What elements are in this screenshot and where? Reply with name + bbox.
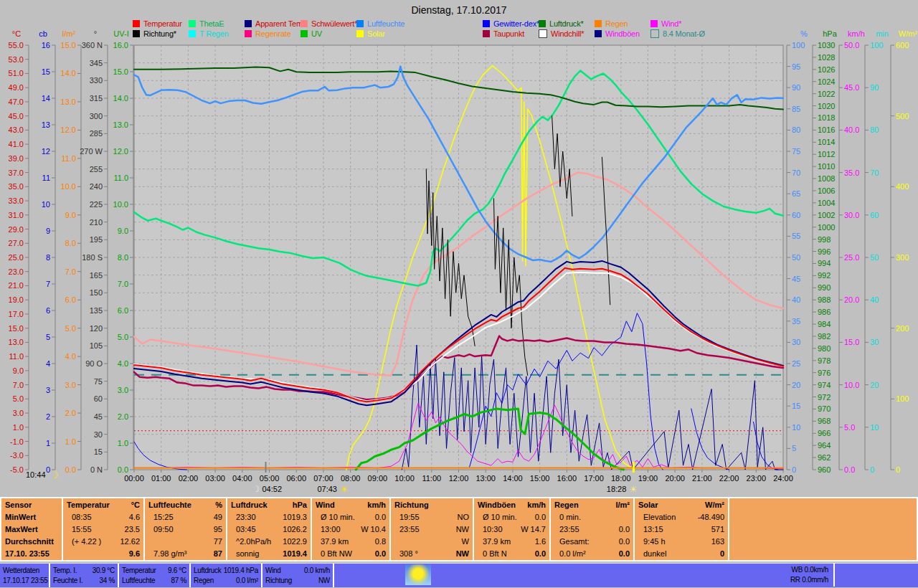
status-segment: Temperatur9.6 °CLuftfeuchte87 % xyxy=(119,564,191,587)
windboeen-status: WB 0.0km/h xyxy=(739,566,828,574)
table-cell: 10:30W 14.7 xyxy=(474,523,549,535)
sensor-summary-table: SensorMinWertMaxWertDurchschnitt17.10. 2… xyxy=(0,497,918,561)
cell-detail: 0 min. xyxy=(551,513,581,521)
axis-label: 30 xyxy=(94,430,103,439)
legend-chip xyxy=(356,20,364,27)
axis-label: 270 W xyxy=(80,147,103,156)
sunset-time: 18:28 xyxy=(607,485,627,493)
x-axis-label: 04:00 xyxy=(232,474,252,483)
x-axis-label: 02:00 xyxy=(179,474,199,483)
x-axis-label: 23:00 xyxy=(747,474,767,483)
x-axis-label: 22:00 xyxy=(719,474,739,483)
column-header: Windböen xyxy=(474,501,516,509)
axis-label: 6 xyxy=(46,306,50,315)
table-cell: 77 xyxy=(145,536,226,548)
cell-value: 49 xyxy=(214,513,226,521)
moonrise-icon: ☽ xyxy=(50,470,59,480)
table-column-regen: Regenl/m²0 min.23:550.0Gesamt:0.00.0 l/m… xyxy=(551,498,635,560)
page-title: Dienstag, 17.10.2017 xyxy=(0,4,918,16)
cell-detail: 23:30 xyxy=(227,513,256,521)
axis-label: 5.0 xyxy=(118,333,128,341)
column-header: Wind xyxy=(312,501,335,509)
axis-label: 15 xyxy=(792,402,800,410)
axis-label: 7.0 xyxy=(13,381,24,389)
column-header: Richtung xyxy=(391,501,429,509)
status-label: Regen xyxy=(194,576,214,585)
table-cell: Elevation-48.490 xyxy=(635,511,728,523)
legend-chip xyxy=(133,30,140,37)
status-value: 9.6 °C xyxy=(168,566,186,575)
legend-label: Solar xyxy=(367,29,385,38)
axis-label: 400 xyxy=(896,182,909,191)
axis-label: 5.0 xyxy=(844,423,855,432)
cell-detail: 03:45 xyxy=(227,525,256,534)
axis-label: 37.0 xyxy=(9,169,24,177)
column-header: Temperatur xyxy=(63,501,110,509)
table-cell: 9:45 h163 xyxy=(635,536,728,548)
cell-value: -48.490 xyxy=(698,513,728,521)
legend-item-regen: Regen xyxy=(595,19,628,28)
x-axis-label: 14:00 xyxy=(503,474,523,483)
x-axis-label: 05:00 xyxy=(260,474,280,483)
moonset-icon: ☽ xyxy=(252,484,260,494)
cell-value: NW xyxy=(456,549,473,558)
table-cell: Ø 10 min.0.0 xyxy=(312,511,389,523)
cell-value: 12.62 xyxy=(120,537,143,546)
column-unit: l/m² xyxy=(615,501,633,509)
status-label: Wind xyxy=(265,566,281,575)
status-value: 1019.4 hPa xyxy=(224,566,258,575)
axis-label: 15.0 xyxy=(9,324,24,333)
legend-label: Gewitter-dex* xyxy=(493,19,539,28)
column-header: Luftfeuchte xyxy=(145,501,191,509)
row-label: MinWert xyxy=(1,513,36,521)
axis-label: 9.0 xyxy=(118,227,128,235)
axis-label: 285 xyxy=(90,129,103,138)
x-axis-label: 03:00 xyxy=(205,474,225,483)
axis-label: 45.0 xyxy=(844,83,859,92)
table-cell: 09:5095 xyxy=(145,523,226,535)
axis-label: 53.0 xyxy=(9,55,24,64)
legend-item-windb-en: Windböen xyxy=(595,29,640,38)
axis-label: 4.0 xyxy=(65,352,76,361)
axis-label: 150 xyxy=(90,288,103,297)
status-segment: Temp. I.30.9 °CFeuchte I.34 % xyxy=(50,564,119,587)
axis-label: 300 xyxy=(90,112,103,120)
axis-label: 11.0 xyxy=(61,154,76,163)
axis-label: 1018 xyxy=(818,113,835,122)
column-header: Luftdruck xyxy=(227,501,268,509)
table-column-luftdruck: LuftdruckhPa23:301019.303:451026.2^2.0hP… xyxy=(227,498,312,560)
axis-label: 9 xyxy=(46,227,50,235)
legend-chip xyxy=(650,20,658,27)
axis-label: 49.0 xyxy=(9,83,24,92)
axis-label: 1024 xyxy=(818,77,835,86)
legend-item-windchill-: Windchill* xyxy=(539,29,584,38)
cell-detail: Gesamt: xyxy=(551,537,590,546)
legend-label: Wind* xyxy=(661,19,681,28)
table-cell: 03:451026.2 xyxy=(227,523,311,535)
axis-label: 33.0 xyxy=(9,196,24,205)
axis-label: 90 xyxy=(792,83,800,92)
column-unit: hPa xyxy=(293,501,311,509)
axis-label: 3.0 xyxy=(65,381,76,389)
axis-label: 16.0 xyxy=(113,41,128,49)
cell-detail: Ø 10 min. xyxy=(312,513,355,521)
axis-label: 500 xyxy=(896,112,909,120)
legend-label: Luftdruck* xyxy=(549,19,584,28)
table-cell: dunkel0 xyxy=(635,548,728,560)
axis-label: 998 xyxy=(818,235,831,244)
axis-label: 1.0 xyxy=(118,439,128,447)
axis-label: 60 xyxy=(94,394,103,403)
cell-detail: 19:55 xyxy=(391,513,420,521)
axis-label: 255 xyxy=(90,165,103,174)
axis-label: 968 xyxy=(818,417,831,425)
axis-label: 135 xyxy=(90,306,103,315)
cell-value: W 10.4 xyxy=(361,525,389,534)
table-column-temperatur: Temperatur°C08:354.615:5523.5(+ 4.22 )12… xyxy=(63,498,145,560)
cell-detail: 13:15 xyxy=(635,525,663,534)
axis-label: 60 xyxy=(792,211,800,219)
axis-label: 996 xyxy=(818,247,831,256)
legend-chip xyxy=(301,30,308,37)
axis-label: 30 xyxy=(870,338,879,346)
axis-label: 35.0 xyxy=(844,169,859,177)
legend-chip xyxy=(189,20,196,27)
